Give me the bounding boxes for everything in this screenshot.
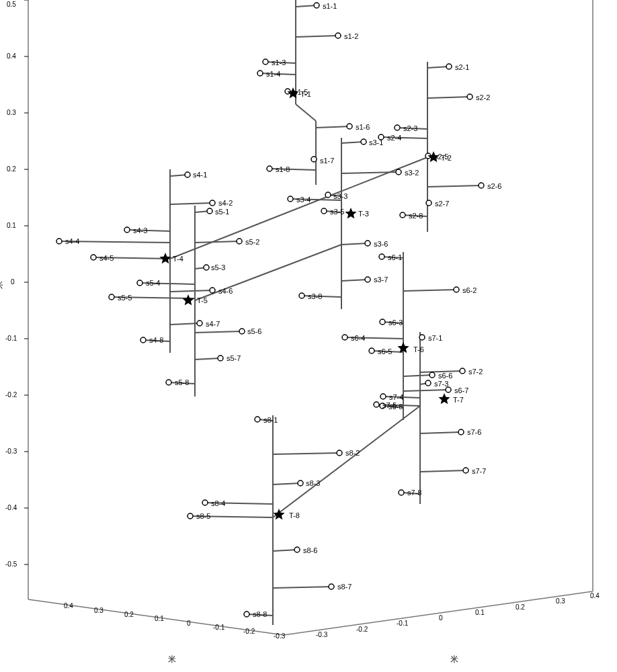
node-s5-8: s5-8 [166, 378, 189, 386]
connector-line [195, 241, 239, 243]
connector-line [427, 185, 481, 187]
star-label: T-5 [197, 296, 208, 304]
node-label: s8-7 [337, 583, 352, 591]
circle-marker [395, 125, 400, 130]
circle-marker [239, 329, 245, 334]
circle-marker [347, 124, 352, 129]
x-tick-6: -0.2 [243, 628, 255, 635]
z-tick-7: 0.2 [7, 165, 16, 173]
node-s3-6: s3-6 [365, 240, 388, 248]
node-label: s7-8 [407, 489, 421, 497]
node-label: s7-6 [467, 428, 481, 436]
circle-marker [237, 239, 242, 244]
star-nodes: T-1T-2T-3T-4T-5T-6T-7T-8 [159, 87, 464, 519]
star-label: T-1 [300, 90, 311, 98]
connector-line [273, 550, 297, 551]
node-s4-1: s4-1 [185, 171, 207, 179]
circle-marker [380, 319, 385, 325]
y-tick-6: 0.3 [556, 597, 565, 605]
x-axis-label: 米 [168, 655, 176, 664]
circle-marker [399, 490, 404, 495]
z-tick-10: 0.5 [7, 1, 16, 8]
connector-line [273, 483, 300, 485]
x-axis-ticks: 0.4 0.3 0.2 0.1 0 -0.1 -0.2 -0.3 [64, 602, 286, 640]
y-tick-3: 0 [439, 614, 443, 622]
circle-marker [380, 394, 386, 399]
circle-marker [400, 212, 405, 218]
node-label: s3-5 [330, 208, 344, 216]
node-s5-7: s5-7 [218, 354, 241, 362]
node-label: s4-7 [206, 320, 220, 328]
node-s4-4: s4-4 [56, 237, 79, 245]
node-s3-7: s3-7 [365, 276, 388, 284]
node-label: s1-2 [344, 32, 358, 40]
node-s3-4: s3-4 [288, 196, 311, 204]
node-label: s3-4 [296, 196, 311, 204]
connectors [59, 0, 481, 625]
star-T-8: T-8 [273, 509, 300, 519]
node-label: s5-4 [146, 279, 160, 287]
node-s7-7: s7-7 [463, 467, 486, 475]
node-label: s1-3 [272, 58, 286, 67]
node-s8-6: s8-6 [294, 546, 317, 554]
node-label: s1-4 [266, 70, 280, 78]
circle-marker [124, 227, 130, 233]
connector-line [316, 126, 349, 128]
node-label: s3-2 [405, 169, 419, 177]
node-s8-2: s8-2 [337, 449, 360, 457]
node-s2-7: s2-7 [426, 200, 449, 208]
node-s5-6: s5-6 [239, 327, 261, 335]
z-tick-8: 0.3 [7, 109, 16, 116]
circle-marker [314, 3, 319, 8]
node-s5-5: s5-5 [109, 294, 132, 302]
node-s7-1: s7-1 [419, 334, 442, 342]
circle-marker [218, 355, 223, 361]
circle-marker [365, 277, 370, 282]
star-label: T-2 [441, 154, 452, 162]
circle-marker [56, 239, 62, 244]
connector-line [403, 390, 448, 391]
connector-line [170, 290, 212, 292]
node-label: s5-6 [247, 327, 261, 335]
y-tick-7: 0.4 [590, 592, 600, 599]
connector-line [273, 453, 339, 454]
circle-marker [467, 94, 472, 99]
node-label: s4-1 [193, 171, 207, 179]
node-label: s2-2 [476, 93, 490, 101]
connector-line [273, 406, 420, 517]
node-s6-6: s6-6 [429, 372, 452, 380]
node-s1-6: s1-6 [347, 123, 370, 131]
connector-line [195, 358, 220, 360]
circle-marker [263, 59, 268, 65]
node-label: s2-4 [387, 134, 401, 142]
node-s1-1: s1-1 [314, 2, 337, 10]
node-s5-3: s5-3 [204, 263, 225, 271]
z-tick-2: -0.3 [5, 448, 17, 455]
node-label: s7-1 [428, 334, 442, 342]
circle-marker [185, 172, 190, 177]
z-tick-5: 0 [11, 278, 15, 286]
circle-marker [288, 196, 293, 202]
node-s7-4: s7-4 [380, 393, 403, 401]
node-s3-3: s3-3 [325, 192, 347, 200]
star-icon [438, 393, 450, 404]
star-label: T-6 [413, 345, 424, 353]
circle-marker [460, 368, 465, 374]
node-s4-8: s4-8 [140, 336, 163, 344]
node-s3-1: s3-1 [361, 138, 383, 146]
circle-marker [379, 254, 384, 259]
node-label: s7-7 [472, 467, 486, 475]
node-s6-5: s6-5 [369, 347, 392, 355]
node-label: s4-2 [218, 199, 233, 207]
x-tick-5: -0.1 [213, 624, 225, 631]
node-s2-3: s2-3 [395, 124, 417, 132]
circle-marker [426, 200, 431, 206]
z-tick-1: -0.4 [5, 504, 17, 511]
node-label: s8-3 [306, 479, 320, 487]
node-s8-5: s8-5 [188, 512, 210, 520]
y-tick-0: -0.3 [316, 631, 328, 638]
node-label: s3-3 [333, 192, 347, 200]
node-label: s3-6 [374, 240, 388, 248]
node-label: s6-5 [378, 347, 392, 355]
connector-line [427, 67, 449, 68]
